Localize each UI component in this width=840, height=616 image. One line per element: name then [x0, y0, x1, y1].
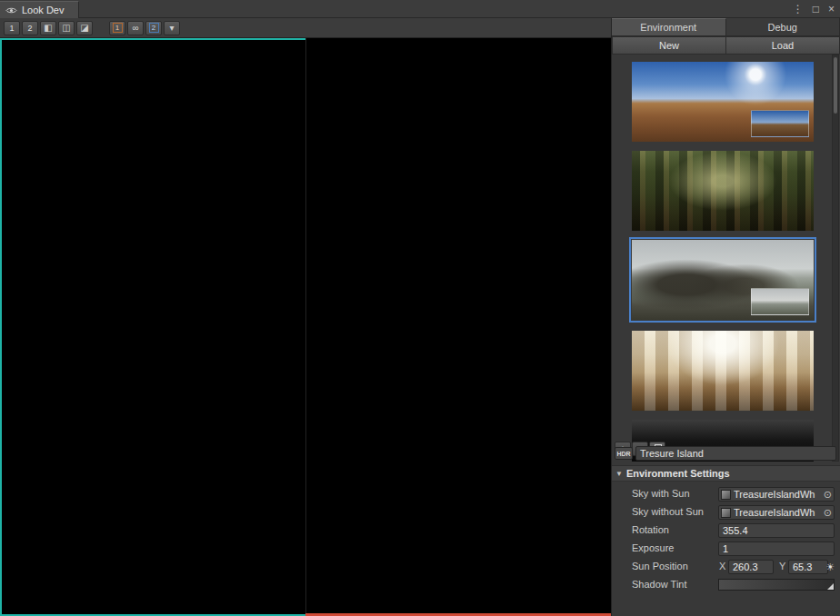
- sky-without-sun-value: TreasureIslandWh: [734, 507, 821, 518]
- hdri-thumbnail-desert-sun[interactable]: [632, 62, 814, 142]
- robot-head-render-2: [305, 38, 611, 616]
- window-controls: ⋮ □ ×: [793, 0, 835, 18]
- view1-environment-button[interactable]: 1: [109, 21, 125, 35]
- environment-settings-header[interactable]: ▼ Environment Settings: [612, 465, 840, 482]
- cubemap-thumbnail-icon: [721, 490, 731, 500]
- hdr-name-row: HDR Tresure Island: [615, 445, 836, 462]
- panel-tabs: Environment Debug: [612, 18, 840, 36]
- scrollbar-thumb[interactable]: [834, 57, 837, 114]
- window-tab-lookdev[interactable]: Look Dev: [0, 1, 79, 18]
- tab-environment[interactable]: Environment: [612, 18, 726, 35]
- environment-settings-title: Environment Settings: [626, 468, 730, 479]
- shadow-tint-label: Shadow Tint: [632, 579, 717, 590]
- environment-panel: Environment Debug New Load + −: [611, 18, 840, 616]
- sky-with-sun-object-field[interactable]: TreasureIslandWh ⊙: [718, 487, 835, 502]
- new-environment-button[interactable]: New: [612, 36, 725, 55]
- sun-icon[interactable]: ☀: [824, 560, 837, 574]
- tab-debug[interactable]: Debug: [726, 18, 840, 35]
- setting-row-exposure: Exposure 1: [612, 540, 840, 558]
- hdr-badge-icon: HDR: [615, 447, 633, 460]
- view2-badge: 2: [149, 23, 159, 33]
- exposure-field[interactable]: 1: [718, 541, 835, 556]
- shadow-tint-color-swatch[interactable]: [718, 579, 835, 591]
- lookdev-window: Look Dev ⋮ □ × 1 2 ◧ ◫ ◪ 1 ∞ 2 ▾: [0, 0, 840, 616]
- hdri-name-value: Tresure Island: [640, 448, 704, 459]
- sun-position-x-value: 260.3: [733, 561, 758, 572]
- setting-row-sky-with-sun: Sky with Sun TreasureIslandWh ⊙: [612, 485, 840, 503]
- cubemap-thumbnail-icon: [721, 508, 731, 518]
- sky-without-sun-label: Sky without Sun: [632, 506, 717, 517]
- robot-head-render-1: [0, 38, 305, 616]
- panel-actions: New Load: [612, 36, 840, 55]
- load-environment-button[interactable]: Load: [725, 36, 840, 55]
- sky-with-sun-label: Sky with Sun: [632, 488, 717, 499]
- hdri-thumbnail-inset: [751, 288, 809, 315]
- view1-badge: 1: [113, 23, 123, 33]
- hdri-thumbnail-forest[interactable]: [632, 151, 814, 231]
- sun-position-y-value: 65.3: [793, 561, 812, 572]
- x-axis-label: X: [719, 561, 725, 571]
- lookdev-viewport-2[interactable]: [305, 38, 611, 616]
- exposure-label: Exposure: [632, 542, 717, 553]
- hdri-list: + −: [612, 55, 840, 462]
- object-picker-icon[interactable]: ⊙: [824, 508, 832, 518]
- hdri-name-field[interactable]: Tresure Island: [635, 446, 836, 461]
- sun-position-label: Sun Position: [632, 561, 717, 571]
- single-view-1-button[interactable]: 1: [4, 21, 20, 35]
- lookdev-toolbar: 1 2 ◧ ◫ ◪ 1 ∞ 2 ▾: [0, 18, 611, 38]
- foldout-triangle-icon: ▼: [615, 470, 623, 478]
- object-picker-icon[interactable]: ⊙: [824, 490, 832, 500]
- sky-with-sun-value: TreasureIslandWh: [734, 489, 821, 500]
- titlebar: Look Dev ⋮ □ ×: [0, 0, 840, 18]
- sun-position-x-field[interactable]: 260.3: [728, 560, 774, 574]
- y-axis-label: Y: [779, 561, 785, 571]
- split-view-icon[interactable]: ◫: [58, 21, 75, 35]
- window-title: Look Dev: [22, 5, 64, 15]
- hdri-list-scrollbar[interactable]: [832, 55, 839, 462]
- setting-row-shadow-tint: Shadow Tint: [612, 576, 840, 594]
- zone-view-icon[interactable]: ◪: [76, 21, 93, 35]
- lookdev-viewport-1[interactable]: [0, 38, 305, 616]
- setting-row-sun-position: Sun Position X 260.3 Y 65.3 ☀: [612, 558, 840, 576]
- single-view-2-button[interactable]: 2: [22, 21, 38, 35]
- exposure-value: 1: [723, 543, 728, 554]
- rotation-field[interactable]: 355.4: [718, 523, 835, 538]
- link-environments-icon[interactable]: ∞: [127, 21, 144, 35]
- sun-position-y-field[interactable]: 65.3: [788, 560, 828, 574]
- setting-row-sky-without-sun: Sky without Sun TreasureIslandWh ⊙: [612, 503, 840, 522]
- views-dropdown-icon[interactable]: ▾: [164, 21, 180, 35]
- rotation-value: 355.4: [723, 525, 748, 536]
- window-menu-icon[interactable]: ⋮: [793, 4, 804, 15]
- viewport-area: [0, 38, 611, 616]
- hdri-thumbnail-inset: [751, 110, 809, 137]
- view2-environment-button[interactable]: 2: [145, 21, 162, 35]
- sky-without-sun-object-field[interactable]: TreasureIslandWh ⊙: [718, 505, 835, 520]
- rotation-label: Rotation: [632, 524, 717, 535]
- setting-row-rotation: Rotation 355.4: [612, 522, 840, 540]
- window-close-icon[interactable]: ×: [828, 4, 835, 15]
- hdri-thumbnail-treasure-island[interactable]: [632, 240, 814, 320]
- side-by-side-view-icon[interactable]: ◧: [40, 21, 56, 35]
- window-maximize-icon[interactable]: □: [813, 4, 819, 15]
- lookdev-eye-icon: [5, 6, 17, 15]
- hdri-thumbnail-church[interactable]: [632, 331, 814, 411]
